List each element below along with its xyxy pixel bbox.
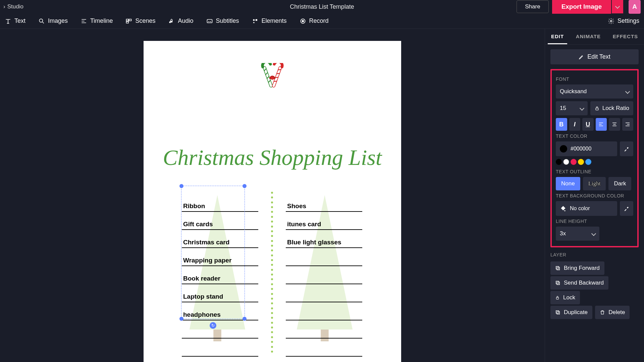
list-item[interactable] — [182, 320, 258, 339]
lock-label: Lock — [563, 294, 575, 301]
duplicate-button[interactable]: Duplicate — [550, 306, 592, 319]
list-item[interactable]: Blue light glasses — [286, 230, 362, 248]
text-icon — [5, 18, 11, 24]
trash-icon — [600, 310, 605, 315]
list-item[interactable] — [286, 284, 362, 302]
color-swatch[interactable] — [563, 159, 569, 165]
duplicate-label: Duplicate — [564, 309, 588, 316]
list-item[interactable]: Book reader — [182, 266, 258, 284]
tool-audio[interactable]: Audio — [168, 17, 193, 24]
lineheight-select[interactable]: 3x — [556, 227, 599, 241]
layer-label: LAYER — [550, 252, 639, 257]
send-backward-button[interactable]: Send Backward — [550, 276, 608, 290]
tab-animate[interactable]: ANIMATE — [573, 29, 604, 44]
send-backward-icon — [555, 280, 560, 286]
export-button[interactable]: Export Image — [552, 0, 611, 14]
list-item[interactable]: Ribbon — [182, 194, 258, 212]
bgcolor-chip[interactable]: No color — [556, 201, 617, 216]
candy-cane-decoration[interactable] — [258, 63, 286, 93]
list-item[interactable]: Gift cards — [182, 212, 258, 230]
canvas-title[interactable]: Christmas Shopping List — [144, 145, 401, 170]
svg-rect-1 — [126, 19, 129, 21]
chevron-down-icon — [626, 88, 629, 95]
list-item[interactable]: Wrapping paper — [182, 248, 258, 266]
tab-effects[interactable]: EFFECTS — [609, 29, 641, 44]
text-color-label: TEXT COLOR — [556, 133, 633, 139]
list-column-left[interactable]: RibbonGift cardsChristmas cardWrapping p… — [182, 194, 258, 357]
font-size-select[interactable]: 15 — [556, 101, 588, 115]
tool-record[interactable]: Record — [300, 17, 329, 24]
tool-elements[interactable]: Elements — [252, 17, 287, 24]
eyedropper-icon — [624, 205, 630, 212]
text-color-chip[interactable]: #000000 — [556, 141, 617, 156]
list-item[interactable]: itunes card — [286, 212, 362, 230]
outline-none-button[interactable]: None — [556, 177, 580, 190]
svg-rect-31 — [557, 311, 559, 314]
list-column-right[interactable]: Shoesitunes cardBlue light glasses — [286, 194, 362, 357]
list-item[interactable] — [182, 339, 258, 357]
eyedropper-icon — [624, 146, 630, 152]
tool-settings-label: Settings — [618, 17, 639, 24]
delete-button[interactable]: Delete — [595, 306, 630, 319]
lock-ratio-toggle[interactable]: Lock Ratio — [590, 101, 633, 115]
canvas[interactable]: Christmas Shopping List RibbonGift cards… — [144, 41, 401, 362]
column-divider — [272, 192, 272, 353]
align-left-button[interactable] — [596, 118, 607, 131]
document-title: Christmas List Template — [290, 3, 354, 10]
align-right-button[interactable] — [622, 118, 634, 131]
svg-point-9 — [610, 20, 612, 22]
canvas-area[interactable]: Christmas Shopping List RibbonGift cards… — [0, 29, 545, 362]
list-item[interactable] — [286, 339, 362, 357]
pencil-icon — [579, 54, 584, 60]
eyedropper-button[interactable] — [620, 141, 633, 156]
timeline-icon — [80, 18, 87, 24]
bgcolor-eyedropper-button[interactable] — [620, 201, 633, 216]
tool-scenes[interactable]: Scenes — [125, 17, 155, 24]
main-toolbar: Text Images Timeline Scenes Audio Subtit… — [0, 13, 644, 29]
tool-text[interactable]: Text — [5, 17, 25, 24]
avatar[interactable]: A — [629, 0, 641, 14]
export-dropdown-button[interactable] — [612, 0, 623, 13]
list-item[interactable] — [286, 302, 362, 320]
bring-forward-button[interactable]: Bring Forward — [550, 261, 604, 275]
text-color-hex: #000000 — [571, 146, 591, 152]
breadcrumb-sep: › — [3, 3, 5, 10]
bold-button[interactable]: B — [556, 118, 567, 131]
resize-handle-tl[interactable] — [179, 184, 183, 188]
font-family-select[interactable]: Quicksand — [556, 84, 633, 99]
tool-settings[interactable]: Settings — [608, 17, 639, 24]
tool-timeline[interactable]: Timeline — [80, 17, 113, 24]
list-item[interactable]: Shoes — [286, 194, 362, 212]
color-swatch[interactable] — [571, 159, 577, 165]
lock-button[interactable]: Lock — [550, 291, 580, 304]
outline-dark-button[interactable]: Dark — [608, 177, 631, 190]
align-center-button[interactable] — [609, 118, 620, 131]
list-item[interactable] — [286, 266, 362, 284]
scenes-icon — [125, 18, 132, 24]
text-outline-label: TEXT OUTLINE — [556, 169, 633, 174]
outline-light-button[interactable]: Light — [583, 177, 606, 190]
underline-button[interactable]: U — [582, 118, 594, 131]
list-item[interactable]: Laptop stand — [182, 284, 258, 302]
tool-subtitles[interactable]: Subtitles — [206, 17, 239, 24]
list-item[interactable]: Christmas card — [182, 230, 258, 248]
list-item[interactable]: headphones — [182, 302, 258, 320]
tab-edit[interactable]: EDIT — [548, 29, 567, 44]
list-item[interactable] — [286, 248, 362, 266]
color-swatch[interactable] — [578, 159, 584, 165]
share-button[interactable]: Share — [517, 0, 548, 13]
tool-images[interactable]: Images — [38, 17, 68, 24]
italic-button[interactable]: I — [569, 118, 581, 131]
chevron-down-icon — [616, 4, 619, 9]
breadcrumb[interactable]: › Studio — [3, 3, 23, 10]
color-swatch[interactable] — [556, 159, 562, 165]
list-item[interactable] — [286, 320, 362, 339]
properties-panel: EDIT ANIMATE EFFECTS Edit Text FONT Quic… — [545, 29, 644, 362]
resize-handle-tr[interactable] — [243, 184, 247, 188]
color-swatch[interactable] — [585, 159, 591, 165]
edit-text-button[interactable]: Edit Text — [550, 49, 639, 64]
svg-point-20 — [271, 76, 274, 80]
chevron-down-icon — [592, 230, 595, 237]
svg-point-0 — [39, 19, 43, 22]
record-icon — [300, 18, 306, 24]
